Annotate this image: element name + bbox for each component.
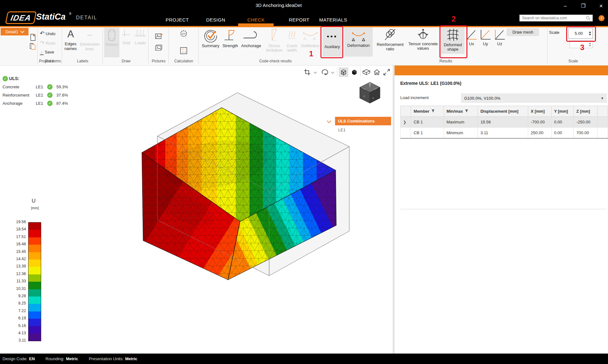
group-pictures: Pictures	[146, 59, 171, 63]
deformed-model-3d[interactable]	[117, 92, 358, 288]
legend-band	[28, 252, 41, 260]
results-panel: Extreme ULS: LE1 (G100.0%) Load incremen…	[395, 66, 608, 354]
check-icon: ✓	[3, 76, 8, 81]
reinforcement-ratio-button[interactable]: Reinforcement ratio	[374, 28, 406, 52]
annotation-3: 3	[580, 43, 584, 52]
ux-button[interactable]: Ux	[466, 28, 478, 46]
dimension-icon: ↔	[79, 29, 101, 39]
chevron-down-icon	[331, 70, 334, 73]
wireframe-cube-icon	[340, 68, 347, 76]
zoom-fit-button[interactable]	[382, 67, 391, 77]
group-results: Results	[433, 59, 459, 63]
legend-tick: 5.16	[6, 323, 26, 328]
gallery-icon[interactable]	[155, 45, 162, 52]
uls-row-reinforcement: Reinforcement LE1 ✓ 37.6%	[3, 91, 68, 99]
group-calculation: Calculation	[171, 59, 196, 63]
minimize-button[interactable]: –	[558, 2, 572, 10]
loads-icon	[134, 29, 147, 37]
legend-band	[28, 319, 41, 326]
table-row[interactable]: CB 1 Minimum 3.11 250.00 0.00 700.00	[401, 128, 608, 139]
combination-le1[interactable]: LE1	[338, 128, 345, 132]
model-viewport[interactable]: ✓ ULS: Concrete LE1 ✓ 59.3% Reinforcemen…	[0, 66, 393, 354]
rebars-button: Rebars	[104, 28, 119, 57]
spinner-arrows-icon[interactable]	[589, 31, 592, 35]
rotate-dropdown[interactable]	[330, 67, 335, 77]
rebars-icon	[108, 29, 116, 41]
uy-button[interactable]: Uy	[479, 28, 492, 46]
uls-combinations-header[interactable]: ULS Combinations	[335, 117, 391, 125]
spinner-arrows-icon[interactable]	[589, 42, 592, 47]
undo-button[interactable]: ↶ Undo	[40, 30, 65, 36]
clipping-dropdown[interactable]	[313, 67, 318, 77]
legend-band	[28, 223, 41, 230]
solid-view-button[interactable]	[350, 67, 359, 77]
anchorage-button[interactable]: Anchorage	[240, 28, 263, 48]
restore-button[interactable]: ❐	[576, 2, 590, 10]
extreme-results-table[interactable]: Member Min/max Displacement [mm] X [mm] …	[400, 106, 608, 139]
table-header-row: Member Min/max Displacement [mm] X [mm] …	[401, 106, 608, 117]
home-view-button[interactable]	[372, 67, 382, 77]
section-box-icon	[362, 69, 370, 76]
legend-tick: 9.28	[6, 294, 26, 298]
deformed-shape-icon	[446, 28, 459, 41]
home-icon	[373, 69, 381, 76]
save-button[interactable]: ↓ Save	[40, 49, 65, 55]
section-view-button[interactable]	[362, 67, 371, 77]
calculation-settings-icon[interactable]: </>	[179, 29, 188, 39]
deformed-shape-button[interactable]: Deformed shape	[441, 27, 465, 54]
svg-text:÷: ÷	[185, 51, 186, 54]
copy-item-icon[interactable]	[29, 43, 36, 51]
legend-tick: 11.33	[6, 279, 26, 283]
new-item-icon[interactable]	[30, 34, 37, 42]
deformation-button[interactable]: Deformation	[344, 28, 373, 57]
active-tab-underline	[238, 23, 274, 26]
filter-icon[interactable]	[465, 109, 468, 114]
rotate-view-tool[interactable]	[320, 67, 330, 77]
strength-icon	[224, 28, 237, 42]
draw-mesh-button[interactable]: Draw mesh	[507, 28, 539, 36]
close-button[interactable]: ×	[594, 2, 608, 10]
detail1-dropdown[interactable]: Detail1	[1, 28, 28, 35]
clipping-tool[interactable]	[302, 67, 312, 77]
navigation-cube[interactable]: x z	[354, 79, 386, 107]
legend-tick: 16.48	[6, 242, 26, 246]
tensor-icon	[416, 28, 430, 41]
tab-report[interactable]: REPORT	[289, 17, 309, 22]
auxiliary-button[interactable]: ••• Auxiliary	[322, 28, 342, 57]
info-icon[interactable]: i	[598, 15, 605, 21]
tensor-concrete-values-button[interactable]: Tensor concrete values	[408, 28, 438, 51]
annotation-2: 2	[452, 15, 456, 23]
loads-button: Loads	[133, 29, 148, 45]
legend-tick: 19.56	[6, 220, 26, 224]
summary-button[interactable]: Summary	[200, 28, 221, 48]
legend-band	[28, 274, 41, 282]
legend-tick: 14.42	[6, 257, 26, 261]
tab-design[interactable]: DESIGN	[206, 17, 225, 22]
scale-spinner[interactable]: 5.00	[568, 28, 593, 39]
rotate-icon	[321, 69, 329, 76]
tab-check[interactable]: CHECK	[247, 17, 265, 22]
tab-materials[interactable]: MATERIALS	[319, 17, 347, 22]
add-picture-icon[interactable]	[155, 33, 163, 41]
legend-tick: 15.45	[6, 249, 26, 254]
load-increment-dropdown[interactable]: G100.0%, V100.0% ▼	[461, 93, 607, 103]
edges-names-button[interactable]: A Edges names	[63, 29, 78, 51]
legend-band	[28, 245, 41, 252]
legend-band	[28, 289, 41, 297]
table-row[interactable]: ❯ CB 1 Maximum 19.56 -700.00 0.00 -250.0…	[401, 117, 608, 128]
calculator-icon[interactable]: +−×÷	[180, 47, 187, 56]
presentation-units-status: Presentation Units:Metric	[89, 356, 137, 361]
crack-width-button: Crack width	[284, 28, 300, 53]
legend-tick: 13.39	[6, 264, 26, 268]
uz-button[interactable]: Uz	[493, 28, 506, 46]
strength-button[interactable]: Strength	[221, 28, 239, 48]
search-input[interactable]	[522, 16, 586, 21]
filter-icon[interactable]	[431, 109, 435, 114]
chevron-down-icon	[20, 29, 24, 33]
deformation-icon	[351, 31, 366, 42]
search-box[interactable]	[519, 15, 593, 22]
wireframe-view-button[interactable]	[339, 67, 348, 77]
dimension-lines-button: ↔ Dimension lines	[79, 29, 101, 51]
tab-project[interactable]: PROJECT	[166, 17, 189, 22]
extreme-uls-title: Extreme ULS: LE1 (G100.0%)	[400, 81, 461, 86]
